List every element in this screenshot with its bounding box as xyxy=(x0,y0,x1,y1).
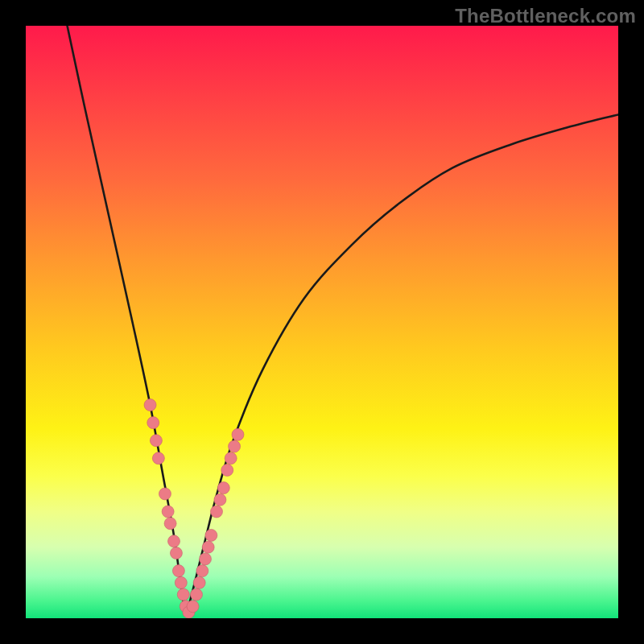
curve-marker xyxy=(177,588,189,601)
curve-marker xyxy=(214,493,226,506)
curve-marker xyxy=(162,506,174,518)
curve-marker xyxy=(229,440,241,452)
curve-marker xyxy=(210,506,222,518)
bottleneck-curve xyxy=(68,26,618,613)
curve-marker xyxy=(200,553,212,565)
curve-marker xyxy=(175,576,187,588)
curve-marker xyxy=(172,565,184,577)
plot-area xyxy=(26,26,618,618)
curve-marker xyxy=(150,435,162,447)
curve-marker xyxy=(190,588,202,601)
curve-marker xyxy=(147,417,159,429)
curve-marker xyxy=(159,488,171,500)
curve-marker xyxy=(168,535,180,547)
chart-frame: TheBottleneck.com xyxy=(0,0,644,644)
curve-layer xyxy=(68,26,618,613)
curve-marker xyxy=(202,541,214,553)
curve-marker xyxy=(205,529,217,541)
watermark-text: TheBottleneck.com xyxy=(455,5,636,27)
curve-marker xyxy=(193,576,205,588)
curve-marker xyxy=(221,464,233,477)
chart-svg xyxy=(26,26,618,618)
curve-marker xyxy=(152,452,164,464)
curve-marker xyxy=(164,518,176,530)
curve-marker xyxy=(225,452,237,464)
curve-marker xyxy=(170,547,182,559)
curve-marker xyxy=(187,601,199,613)
marker-layer xyxy=(144,399,244,618)
curve-marker xyxy=(232,428,244,440)
curve-marker xyxy=(196,565,208,577)
curve-marker xyxy=(144,399,156,411)
curve-marker xyxy=(217,482,229,494)
